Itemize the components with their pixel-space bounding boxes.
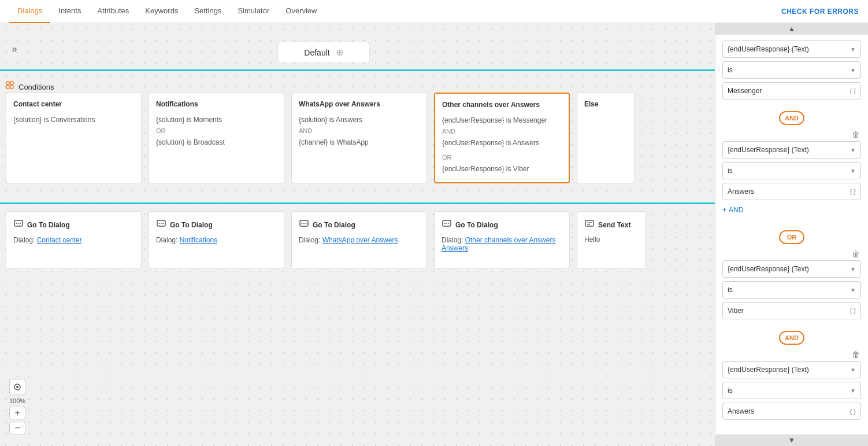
nav-settings[interactable]: Settings (186, 0, 229, 23)
field-select-2[interactable]: {endUserResponse} (Text) ▼ (722, 141, 861, 159)
scroll-down-button[interactable]: ▼ (715, 434, 868, 446)
zoom-out-button[interactable]: − (9, 422, 25, 434)
nav-attributes[interactable]: Attributes (89, 0, 137, 23)
cond-card-contact-center: Contact center {solution} is Conversatio… (6, 93, 142, 183)
action-card-header-1: Go To Dialog (13, 219, 134, 231)
operator-select-4[interactable]: is ▼ (722, 382, 861, 399)
dialog-link-4[interactable]: Other channels over Answers (465, 236, 556, 244)
value-label-1: Messenger (728, 87, 762, 95)
action-card-body-2: Dialog: Notifications (156, 236, 277, 244)
right-panel: ▲ {endUserResponse} (Text) ▼ is ▼ Messen… (715, 23, 868, 446)
cond-card-body-1: {solution} is Conversations (13, 114, 134, 126)
dialog-icon-3 (299, 219, 309, 231)
top-nav: Dialogs Intents Attributes Keywords Sett… (0, 0, 868, 23)
zoom-controls: 100% + − (9, 379, 25, 434)
send-text-header: Send Text (584, 219, 639, 231)
chevron-icon-8: ▼ (850, 388, 856, 394)
nav-simulator[interactable]: Simulator (229, 0, 277, 23)
chevron-icon-5: ▼ (850, 266, 856, 272)
action-card-title-4: Go To Dialog (455, 221, 498, 229)
send-text-body: Hello (584, 235, 639, 244)
and-button-1[interactable]: AND (779, 111, 804, 125)
svg-point-6 (18, 223, 19, 224)
collapse-button[interactable]: » (6, 40, 23, 58)
value-select-2[interactable]: Answers { } (722, 183, 861, 200)
action-card-3: Go To Dialog Dialog: WhatsApp over Answe… (291, 211, 427, 269)
panel-row-header-3: 🗑 (722, 249, 861, 259)
zoom-percentage: 100% (9, 397, 25, 404)
svg-rect-2 (6, 86, 9, 89)
svg-point-10 (161, 223, 162, 224)
default-label: Default (304, 48, 329, 57)
cond-card-title-3: WhatsApp over Answers (299, 100, 420, 108)
cond-card-title-else: Else (584, 100, 627, 108)
brace-icon-1: { } (850, 87, 856, 94)
field-select-3[interactable]: {endUserResponse} (Text) ▼ (722, 260, 861, 278)
value-select-1[interactable]: Messenger { } (722, 82, 861, 99)
delete-button-3[interactable]: 🗑 (851, 249, 861, 259)
condition-cards-container: Contact center {solution} is Conversatio… (6, 93, 635, 183)
conditions-icon (6, 81, 15, 93)
nav-keywords[interactable]: Keywords (137, 0, 186, 23)
send-text-card: Send Text Hello (577, 211, 646, 269)
operator-select-1[interactable]: is ▼ (722, 61, 861, 79)
target-icon: ⊕ (336, 47, 343, 58)
or-button[interactable]: OR (779, 230, 804, 244)
dialog-link-4b[interactable]: Answers (442, 244, 468, 252)
svg-point-17 (444, 223, 446, 224)
operator-select-2[interactable]: is ▼ (722, 162, 861, 179)
svg-point-18 (446, 223, 447, 224)
zoom-center-button[interactable] (9, 379, 25, 395)
cond-card-other-channels: Other channels over Answers {endUserResp… (434, 93, 570, 183)
brace-icon-3: { } (850, 307, 856, 314)
field-select-1[interactable]: {endUserResponse} (Text) ▼ (722, 40, 861, 58)
add-and-button[interactable]: + AND (722, 206, 743, 214)
svg-point-14 (303, 223, 305, 224)
value-label-2: Answers (728, 187, 754, 196)
send-text-title: Send Text (598, 221, 630, 229)
cond-card-title-2: Notifications (156, 100, 277, 108)
cond-card-body-3: {solution} is Answers AND {channel} is W… (299, 114, 420, 148)
scroll-up-button[interactable]: ▲ (715, 23, 868, 35)
right-panel-inner: {endUserResponse} (Text) ▼ is ▼ Messenge… (715, 35, 868, 434)
panel-block-2: 🗑 {endUserResponse} (Text) ▼ is ▼ Answer… (722, 130, 861, 219)
action-card-body-3: Dialog: WhatsApp over Answers (299, 236, 420, 244)
cond-card-title-4: Other channels over Answers (442, 101, 562, 109)
svg-point-11 (163, 223, 164, 224)
field-label-1: {endUserResponse} (Text) (728, 45, 809, 53)
svg-point-19 (448, 223, 450, 224)
cond-card-body-4: {endUserResponse} is Messenger AND {endU… (442, 115, 562, 175)
operator-label-2: is (728, 167, 733, 175)
panel-block-4: 🗑 {endUserResponse} (Text) ▼ is ▼ Answer… (722, 349, 861, 420)
svg-point-24 (16, 386, 18, 388)
add-and-label: AND (729, 206, 743, 214)
dialog-link-1[interactable]: Contact center (37, 236, 82, 244)
panel-row-header-4: 🗑 (722, 349, 861, 360)
delete-button-4[interactable]: 🗑 (851, 349, 861, 360)
chevron-icon-7: ▼ (850, 367, 856, 373)
nav-intents[interactable]: Intents (50, 0, 89, 23)
dialog-link-2[interactable]: Notifications (180, 236, 217, 244)
or-connector: OR (722, 226, 861, 249)
nav-dialogs[interactable]: Dialogs (9, 0, 50, 23)
value-select-4[interactable]: Answers { } (722, 403, 861, 420)
action-card-title-1: Go To Dialog (27, 221, 70, 229)
field-select-4[interactable]: {endUserResponse} (Text) ▼ (722, 361, 861, 378)
zoom-in-button[interactable]: + (9, 407, 25, 419)
and-button-2[interactable]: AND (779, 331, 804, 345)
svg-rect-20 (585, 220, 593, 226)
operator-select-3[interactable]: is ▼ (722, 281, 861, 298)
chevron-icon-4: ▼ (850, 168, 856, 174)
value-select-3[interactable]: Viber { } (722, 302, 861, 319)
delete-button-2[interactable]: 🗑 (851, 130, 861, 140)
action-cards-container: Go To Dialog Dialog: Contact center (6, 211, 646, 269)
action-card-header-3: Go To Dialog (299, 219, 420, 231)
operator-label-1: is (728, 66, 733, 74)
cond-card-title-1: Contact center (13, 100, 134, 108)
check-errors-button[interactable]: CHECK FOR ERRORS (781, 8, 859, 16)
nav-overview[interactable]: Overview (277, 0, 325, 23)
dialog-link-3[interactable]: WhatsApp over Answers (322, 236, 398, 244)
action-card-body-1: Dialog: Contact center (13, 236, 134, 244)
svg-rect-0 (6, 82, 9, 84)
conditions-label: Conditions (6, 81, 54, 93)
